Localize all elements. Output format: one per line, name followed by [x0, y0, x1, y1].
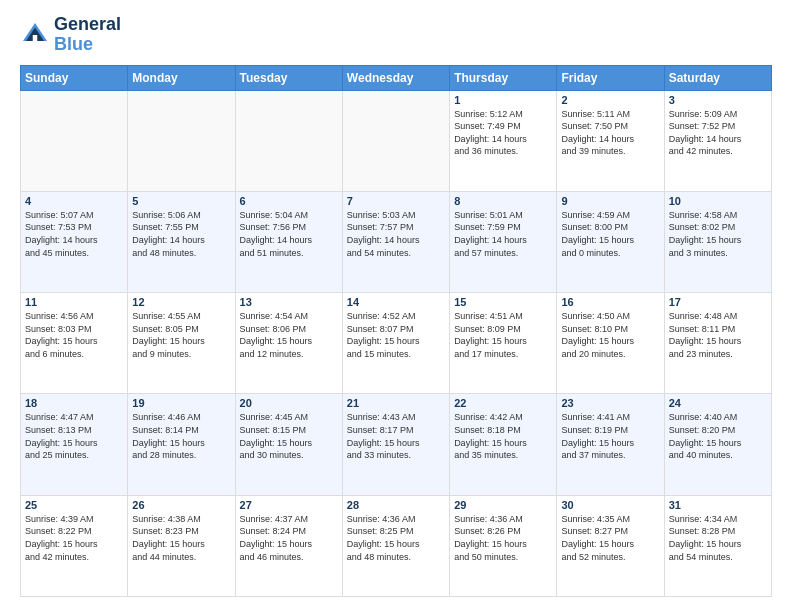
weekday-header-row: SundayMondayTuesdayWednesdayThursdayFrid… [21, 65, 772, 90]
day-info: Sunrise: 4:51 AM Sunset: 8:09 PM Dayligh… [454, 310, 552, 360]
day-number: 12 [132, 296, 230, 308]
day-number: 15 [454, 296, 552, 308]
page-header: General Blue [20, 15, 772, 55]
day-number: 24 [669, 397, 767, 409]
day-number: 30 [561, 499, 659, 511]
day-info: Sunrise: 5:12 AM Sunset: 7:49 PM Dayligh… [454, 108, 552, 158]
day-number: 7 [347, 195, 445, 207]
calendar-cell: 19Sunrise: 4:46 AM Sunset: 8:14 PM Dayli… [128, 394, 235, 495]
day-number: 5 [132, 195, 230, 207]
day-info: Sunrise: 4:41 AM Sunset: 8:19 PM Dayligh… [561, 411, 659, 461]
day-info: Sunrise: 4:56 AM Sunset: 8:03 PM Dayligh… [25, 310, 123, 360]
calendar-cell [342, 90, 449, 191]
day-number: 4 [25, 195, 123, 207]
day-info: Sunrise: 4:47 AM Sunset: 8:13 PM Dayligh… [25, 411, 123, 461]
weekday-header-saturday: Saturday [664, 65, 771, 90]
day-info: Sunrise: 4:42 AM Sunset: 8:18 PM Dayligh… [454, 411, 552, 461]
calendar-cell: 12Sunrise: 4:55 AM Sunset: 8:05 PM Dayli… [128, 293, 235, 394]
day-info: Sunrise: 5:07 AM Sunset: 7:53 PM Dayligh… [25, 209, 123, 259]
day-number: 18 [25, 397, 123, 409]
day-number: 25 [25, 499, 123, 511]
day-info: Sunrise: 4:52 AM Sunset: 8:07 PM Dayligh… [347, 310, 445, 360]
day-info: Sunrise: 5:09 AM Sunset: 7:52 PM Dayligh… [669, 108, 767, 158]
day-info: Sunrise: 4:55 AM Sunset: 8:05 PM Dayligh… [132, 310, 230, 360]
day-info: Sunrise: 4:35 AM Sunset: 8:27 PM Dayligh… [561, 513, 659, 563]
day-number: 21 [347, 397, 445, 409]
calendar-cell: 11Sunrise: 4:56 AM Sunset: 8:03 PM Dayli… [21, 293, 128, 394]
logo-text: General Blue [54, 15, 121, 55]
day-info: Sunrise: 5:03 AM Sunset: 7:57 PM Dayligh… [347, 209, 445, 259]
weekday-header-thursday: Thursday [450, 65, 557, 90]
calendar-cell: 14Sunrise: 4:52 AM Sunset: 8:07 PM Dayli… [342, 293, 449, 394]
calendar-cell: 15Sunrise: 4:51 AM Sunset: 8:09 PM Dayli… [450, 293, 557, 394]
calendar-cell: 6Sunrise: 5:04 AM Sunset: 7:56 PM Daylig… [235, 191, 342, 292]
day-info: Sunrise: 4:59 AM Sunset: 8:00 PM Dayligh… [561, 209, 659, 259]
calendar-cell: 29Sunrise: 4:36 AM Sunset: 8:26 PM Dayli… [450, 495, 557, 596]
calendar-cell [21, 90, 128, 191]
week-row-2: 4Sunrise: 5:07 AM Sunset: 7:53 PM Daylig… [21, 191, 772, 292]
logo-icon [20, 20, 50, 50]
day-number: 16 [561, 296, 659, 308]
weekday-header-sunday: Sunday [21, 65, 128, 90]
day-number: 31 [669, 499, 767, 511]
day-number: 28 [347, 499, 445, 511]
calendar-cell: 22Sunrise: 4:42 AM Sunset: 8:18 PM Dayli… [450, 394, 557, 495]
day-number: 19 [132, 397, 230, 409]
week-row-1: 1Sunrise: 5:12 AM Sunset: 7:49 PM Daylig… [21, 90, 772, 191]
day-info: Sunrise: 4:43 AM Sunset: 8:17 PM Dayligh… [347, 411, 445, 461]
calendar-cell: 13Sunrise: 4:54 AM Sunset: 8:06 PM Dayli… [235, 293, 342, 394]
day-number: 10 [669, 195, 767, 207]
calendar-cell: 2Sunrise: 5:11 AM Sunset: 7:50 PM Daylig… [557, 90, 664, 191]
day-info: Sunrise: 4:36 AM Sunset: 8:25 PM Dayligh… [347, 513, 445, 563]
calendar-cell: 16Sunrise: 4:50 AM Sunset: 8:10 PM Dayli… [557, 293, 664, 394]
day-info: Sunrise: 4:48 AM Sunset: 8:11 PM Dayligh… [669, 310, 767, 360]
calendar-cell: 3Sunrise: 5:09 AM Sunset: 7:52 PM Daylig… [664, 90, 771, 191]
calendar-cell: 5Sunrise: 5:06 AM Sunset: 7:55 PM Daylig… [128, 191, 235, 292]
calendar-cell: 7Sunrise: 5:03 AM Sunset: 7:57 PM Daylig… [342, 191, 449, 292]
day-number: 23 [561, 397, 659, 409]
calendar-cell: 20Sunrise: 4:45 AM Sunset: 8:15 PM Dayli… [235, 394, 342, 495]
day-info: Sunrise: 4:38 AM Sunset: 8:23 PM Dayligh… [132, 513, 230, 563]
calendar-cell: 18Sunrise: 4:47 AM Sunset: 8:13 PM Dayli… [21, 394, 128, 495]
day-number: 29 [454, 499, 552, 511]
weekday-header-friday: Friday [557, 65, 664, 90]
day-info: Sunrise: 4:54 AM Sunset: 8:06 PM Dayligh… [240, 310, 338, 360]
day-number: 9 [561, 195, 659, 207]
calendar-table: SundayMondayTuesdayWednesdayThursdayFrid… [20, 65, 772, 597]
calendar-cell: 26Sunrise: 4:38 AM Sunset: 8:23 PM Dayli… [128, 495, 235, 596]
day-number: 20 [240, 397, 338, 409]
day-number: 11 [25, 296, 123, 308]
day-info: Sunrise: 4:36 AM Sunset: 8:26 PM Dayligh… [454, 513, 552, 563]
day-info: Sunrise: 4:45 AM Sunset: 8:15 PM Dayligh… [240, 411, 338, 461]
calendar-cell: 4Sunrise: 5:07 AM Sunset: 7:53 PM Daylig… [21, 191, 128, 292]
calendar-cell: 8Sunrise: 5:01 AM Sunset: 7:59 PM Daylig… [450, 191, 557, 292]
calendar-cell: 23Sunrise: 4:41 AM Sunset: 8:19 PM Dayli… [557, 394, 664, 495]
calendar-cell: 17Sunrise: 4:48 AM Sunset: 8:11 PM Dayli… [664, 293, 771, 394]
day-number: 13 [240, 296, 338, 308]
logo: General Blue [20, 15, 121, 55]
calendar-cell: 25Sunrise: 4:39 AM Sunset: 8:22 PM Dayli… [21, 495, 128, 596]
calendar-cell: 31Sunrise: 4:34 AM Sunset: 8:28 PM Dayli… [664, 495, 771, 596]
calendar-cell: 28Sunrise: 4:36 AM Sunset: 8:25 PM Dayli… [342, 495, 449, 596]
day-info: Sunrise: 4:40 AM Sunset: 8:20 PM Dayligh… [669, 411, 767, 461]
calendar-cell: 24Sunrise: 4:40 AM Sunset: 8:20 PM Dayli… [664, 394, 771, 495]
calendar-cell: 10Sunrise: 4:58 AM Sunset: 8:02 PM Dayli… [664, 191, 771, 292]
day-info: Sunrise: 4:37 AM Sunset: 8:24 PM Dayligh… [240, 513, 338, 563]
calendar-cell [235, 90, 342, 191]
day-info: Sunrise: 4:50 AM Sunset: 8:10 PM Dayligh… [561, 310, 659, 360]
day-info: Sunrise: 5:01 AM Sunset: 7:59 PM Dayligh… [454, 209, 552, 259]
day-number: 14 [347, 296, 445, 308]
day-info: Sunrise: 4:34 AM Sunset: 8:28 PM Dayligh… [669, 513, 767, 563]
day-number: 17 [669, 296, 767, 308]
day-info: Sunrise: 5:06 AM Sunset: 7:55 PM Dayligh… [132, 209, 230, 259]
svg-rect-2 [33, 35, 38, 41]
day-info: Sunrise: 4:39 AM Sunset: 8:22 PM Dayligh… [25, 513, 123, 563]
calendar-cell [128, 90, 235, 191]
day-info: Sunrise: 4:46 AM Sunset: 8:14 PM Dayligh… [132, 411, 230, 461]
calendar-cell: 21Sunrise: 4:43 AM Sunset: 8:17 PM Dayli… [342, 394, 449, 495]
day-number: 27 [240, 499, 338, 511]
day-number: 3 [669, 94, 767, 106]
weekday-header-tuesday: Tuesday [235, 65, 342, 90]
weekday-header-monday: Monday [128, 65, 235, 90]
day-info: Sunrise: 5:11 AM Sunset: 7:50 PM Dayligh… [561, 108, 659, 158]
